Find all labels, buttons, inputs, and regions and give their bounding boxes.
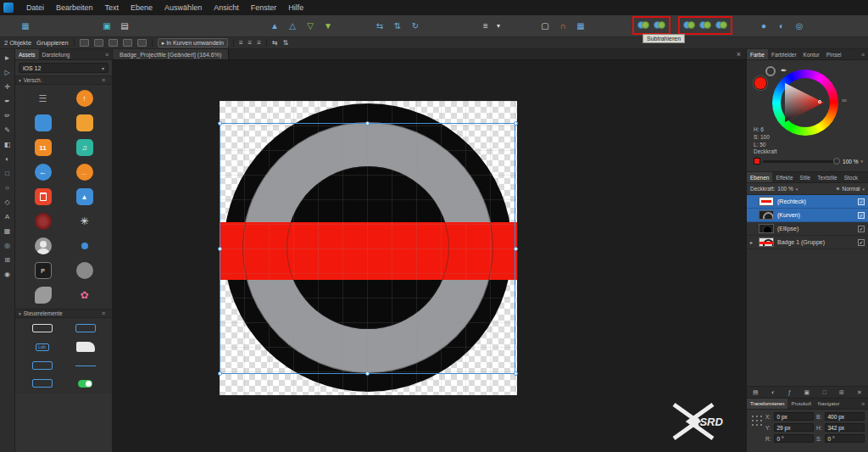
boolean-combine-button[interactable] xyxy=(715,19,728,32)
chevron-down-icon[interactable]: ▾ xyxy=(796,187,798,192)
document-setup-icon[interactable]: ▣ xyxy=(100,19,114,32)
asset-pattern-icon[interactable] xyxy=(35,213,52,230)
fx-action-icon[interactable]: ƒ xyxy=(787,389,791,395)
fill-stroke-indicator[interactable] xyxy=(754,66,777,90)
tab-ebenen[interactable]: Ebenen xyxy=(747,172,772,182)
selection-bounding-box[interactable] xyxy=(220,123,515,374)
color-picker-tool-icon[interactable]: ◉ xyxy=(2,268,14,280)
menu-hilfe[interactable]: Hilfe xyxy=(282,3,309,12)
layer-visibility-checkbox[interactable]: ✓ xyxy=(858,226,865,232)
move-to-front-icon[interactable]: ▲ xyxy=(268,19,281,32)
view-tool-icon[interactable]: ⊞ xyxy=(2,254,14,265)
asset-reply-icon[interactable]: ← xyxy=(35,164,52,181)
point-transform-tool-icon[interactable]: ✛ xyxy=(2,81,14,92)
rectangle-tool-icon[interactable]: □ xyxy=(2,167,14,179)
layer-row-kurven[interactable]: (Kurven) ✓ xyxy=(747,209,868,222)
align-right-icon[interactable]: ≡ xyxy=(257,39,261,47)
align-center-icon[interactable]: ≡ xyxy=(248,39,253,47)
new-layer-action-icon[interactable]: □ xyxy=(822,389,826,395)
chevron-down-icon[interactable]: ▾ xyxy=(862,187,865,192)
control-button-asset[interactable] xyxy=(75,324,96,332)
boolean-intersect-button[interactable] xyxy=(682,19,696,32)
pen-tool-icon[interactable]: ✒ xyxy=(2,95,14,107)
asset-dot-icon[interactable] xyxy=(81,243,88,249)
asset-avatar-icon[interactable] xyxy=(35,237,52,254)
zoom-tool-icon[interactable]: ◎ xyxy=(2,239,14,251)
adjustment-action-icon[interactable]: ◐ xyxy=(771,389,775,395)
align-left-icon[interactable]: ≡ xyxy=(239,39,243,47)
y-input[interactable]: 29 px xyxy=(774,423,815,432)
selection-handle-tl[interactable] xyxy=(218,121,222,126)
rotate-icon[interactable]: ↻ xyxy=(409,19,422,32)
section-menu-icon[interactable]: ≡ xyxy=(98,310,108,316)
eyedropper-icon[interactable]: ✒ xyxy=(781,66,787,75)
control-divider-asset[interactable] xyxy=(75,366,96,366)
selection-handle-tm[interactable] xyxy=(365,121,370,126)
pixel-tool-icon[interactable]: ▦ xyxy=(2,225,14,237)
control-label-asset[interactable]: Lab xyxy=(36,343,49,351)
group-button[interactable]: Gruppieren xyxy=(36,39,69,47)
shear-input[interactable]: 0 ° xyxy=(825,434,865,443)
insert-on-top-icon[interactable]: ◎ xyxy=(793,19,806,32)
height-input[interactable]: 342 px xyxy=(825,423,865,432)
asset-gray-circle-icon[interactable] xyxy=(76,262,93,279)
selection-handle-br[interactable] xyxy=(514,371,518,376)
asset-sparkle-icon[interactable]: ✳ xyxy=(76,213,93,230)
tab-kontur[interactable]: Kontur xyxy=(800,49,823,59)
flip-horizontal-icon[interactable]: ⇆ xyxy=(373,19,387,32)
move-tool-icon[interactable]: ► xyxy=(2,52,14,64)
asset-flower-icon[interactable]: ✿ xyxy=(76,287,93,304)
asset-pay-icon[interactable]: P xyxy=(35,262,52,279)
anchor-point-selector[interactable] xyxy=(751,415,763,427)
tab-farbe[interactable]: Farbe xyxy=(747,49,768,59)
opacity-value[interactable]: 100 % xyxy=(843,159,858,165)
selection-handle-bm[interactable] xyxy=(365,371,370,376)
layers-opacity-value[interactable]: 100 % xyxy=(777,186,793,192)
artboard[interactable] xyxy=(220,101,517,395)
group-action-icon[interactable]: ⊞ xyxy=(839,389,844,396)
blend-mode-value[interactable]: Normal xyxy=(843,186,860,192)
assets-section-misc[interactable]: ▾ Versch. ≡ xyxy=(15,75,112,85)
move-backward-icon[interactable]: ▽ xyxy=(303,19,317,32)
tab-pinsel[interactable]: Pinsel xyxy=(823,49,845,59)
selection-handle-ml[interactable] xyxy=(218,247,222,251)
snap-grid-icon[interactable]: ▦ xyxy=(574,19,587,32)
expand-group-icon[interactable]: ▸ xyxy=(750,239,755,245)
stroke-swatch[interactable] xyxy=(765,66,776,76)
fill-swatch[interactable] xyxy=(754,76,767,90)
panel-menu-icon[interactable]: ≡ xyxy=(858,401,868,407)
delete-action-icon[interactable]: ✕ xyxy=(857,389,862,396)
layer-row-ellipse[interactable]: (Ellipse) ✓ xyxy=(747,222,868,236)
asset-photos-icon[interactable] xyxy=(35,114,52,131)
menu-datei[interactable]: Datei xyxy=(20,3,50,12)
asset-chat-icon[interactable]: … xyxy=(76,164,93,181)
layer-visibility-checkbox[interactable]: ✓ xyxy=(858,212,865,219)
insert-behind-icon[interactable]: ◐ xyxy=(775,19,788,32)
fill-tool-icon[interactable]: ◧ xyxy=(2,138,14,150)
snapping-magnet-icon[interactable]: ∩ xyxy=(556,19,570,32)
move-to-back-icon[interactable]: ▼ xyxy=(321,19,335,32)
section-menu-icon[interactable]: ≡ xyxy=(98,77,108,83)
asset-share-icon[interactable]: ↑ xyxy=(76,90,93,107)
x-input[interactable]: 0 px xyxy=(774,412,815,421)
tab-transformieren[interactable]: Transformieren xyxy=(747,399,787,409)
insert-target-icon-3[interactable] xyxy=(108,39,118,47)
tab-farbfelder[interactable]: Farbfelder xyxy=(768,49,800,59)
insert-target-icon-1[interactable] xyxy=(80,39,89,47)
new-page-icon[interactable]: ▤ xyxy=(118,19,131,32)
asset-trash-icon[interactable] xyxy=(35,188,52,205)
convert-to-curves-button[interactable]: ▸ In Kurven umwandeln xyxy=(158,38,228,47)
canvas-area[interactable]: Badge_Projectfile [Geändert] (164.6%) × … xyxy=(113,49,746,452)
insert-target-icon-2[interactable] xyxy=(94,39,103,47)
move-forward-icon[interactable]: △ xyxy=(286,19,299,32)
opacity-color-swatch[interactable] xyxy=(754,158,760,165)
insert-target-icon-4[interactable] xyxy=(123,39,132,47)
tab-textstile[interactable]: Textstile xyxy=(814,172,840,182)
distribute-vertical-icon[interactable]: ⇅ xyxy=(283,39,289,47)
assets-section-controls[interactable]: ▾ Steuerelemente ≡ xyxy=(15,309,112,318)
asset-list-icon[interactable]: ☰ xyxy=(35,90,52,107)
opacity-slider-knob[interactable] xyxy=(833,158,840,165)
tab-protokoll[interactable]: Protokoll xyxy=(787,399,814,409)
control-input-asset[interactable] xyxy=(32,379,53,388)
layer-row-rechteck[interactable]: (Rechteck) ✓ xyxy=(747,195,868,209)
